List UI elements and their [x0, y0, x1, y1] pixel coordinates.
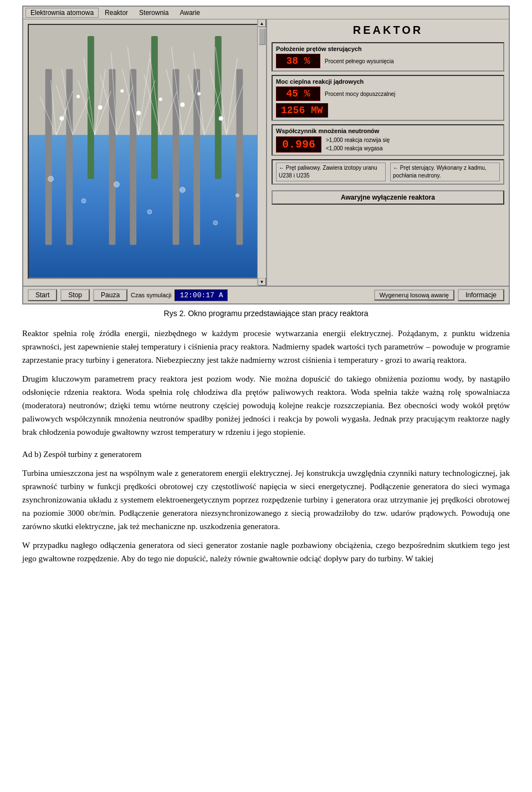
multiplier-label: Współczynnik mnożenia neutronów: [276, 128, 500, 134]
power-mw-row: 1256 MW: [276, 103, 500, 118]
power-desc: Procent mocy dopuszczalnej: [325, 90, 395, 98]
power-mw-display: 1256 MW: [276, 103, 328, 118]
menu-elektrownia[interactable]: Elektrownia atomowa: [25, 8, 99, 18]
paragraph-2: Drugim kluczowym parametrem pracy reakto…: [22, 372, 510, 439]
menu-sterownia[interactable]: Sterownia: [134, 8, 173, 18]
power-label: Moc cieplna reakcji jądrowych: [276, 78, 500, 85]
position-display: 38 %: [276, 54, 320, 68]
pause-button[interactable]: Pauza: [93, 289, 127, 301]
reaktor-panel: REAKTOR Położenie prętów sterujących 38 …: [267, 19, 509, 286]
svg-point-47: [219, 116, 223, 121]
position-row: 38 % Procent pełnego wysunięcia: [276, 54, 500, 68]
multiplier-block: Współczynnik mnożenia neutronów 0.996 >1…: [272, 124, 504, 156]
svg-point-50: [159, 98, 162, 101]
svg-point-43: [59, 116, 64, 121]
generate-button[interactable]: Wygeneruj losową awarię: [374, 290, 454, 301]
legend-block: ← Pręt paliwowy. Zawiera izotopy uranu U…: [272, 159, 504, 185]
svg-rect-3: [66, 69, 73, 245]
reactor-visual: ▲ ▼: [23, 19, 267, 286]
info-button[interactable]: Informacje: [458, 289, 504, 301]
power-percent-display: 45 %: [276, 87, 320, 101]
scroll-up-arrow[interactable]: ▲: [258, 19, 266, 27]
position-desc: Procent pełnego wysunięcia: [325, 58, 394, 65]
position-label: Położenie prętów sterujących: [276, 45, 500, 52]
menu-awarie[interactable]: Awarie: [175, 8, 204, 18]
multiplier-notes: >1,000 reakcja rozwija się <1,000 reakcj…: [326, 136, 390, 153]
multiplier-display: 0.996: [276, 136, 321, 153]
svg-rect-1: [29, 135, 259, 278]
sim-body: ▲ ▼ REAKTOR Położenie prętów sterujących…: [23, 19, 509, 286]
power-row: 45 % Procent mocy dopuszczalnej: [276, 87, 500, 101]
paragraph-1: Reaktor spełnia rolę źródła energii, nie…: [22, 327, 510, 367]
menu-reaktor[interactable]: Reaktor: [100, 8, 133, 18]
paragraph-4: W przypadku nagłego odłączenia generator…: [22, 539, 510, 565]
svg-point-52: [48, 176, 54, 182]
svg-rect-6: [173, 69, 180, 245]
svg-point-57: [213, 221, 218, 225]
svg-point-58: [236, 194, 239, 197]
multiplier-note1: >1,000 reakcja rozwija się: [326, 136, 390, 144]
multiplier-note2: <1,000 reakcja wygasa: [326, 144, 390, 153]
time-display: 12:00:17 A: [175, 290, 228, 301]
stop-button[interactable]: Stop: [60, 289, 90, 301]
svg-rect-4: [109, 69, 116, 245]
svg-point-56: [180, 187, 185, 192]
section-heading-1: Ad b) Zespół turbiny z generatorem: [22, 448, 510, 461]
svg-point-53: [81, 199, 86, 203]
toolbar: Start Stop Pauza Czas symulacji 12:00:17…: [23, 286, 509, 303]
svg-point-48: [76, 95, 80, 98]
svg-rect-11: [215, 36, 222, 179]
multiplier-row: 0.996 >1,000 reakcja rozwija się <1,000 …: [276, 136, 500, 153]
figure-caption: Rys 2. Okno programu przedstawiające sta…: [22, 309, 510, 318]
reactor-svg: [29, 25, 259, 278]
svg-point-51: [197, 92, 201, 95]
reaktor-title: REAKTOR: [272, 24, 504, 37]
start-button[interactable]: Start: [28, 289, 57, 301]
simulator-window: Elektrownia atomowa Reaktor Sterownia Aw…: [22, 6, 510, 304]
time-label: Czas symulacji: [131, 292, 171, 298]
reactor-scrollbar: ▲ ▼: [257, 19, 266, 286]
svg-rect-5: [130, 69, 136, 245]
position-block: Położenie prętów sterujących 38 % Procen…: [272, 42, 504, 72]
scroll-down-arrow[interactable]: ▼: [258, 278, 266, 286]
menubar: Elektrownia atomowa Reaktor Sterownia Aw…: [23, 7, 509, 19]
svg-point-55: [147, 210, 152, 214]
svg-point-45: [136, 111, 141, 115]
svg-point-54: [114, 181, 120, 187]
power-block: Moc cieplna reakcji jądrowych 45 % Proce…: [272, 75, 504, 121]
legend-control: ← Pręt sterujący. Wykonany z kadmu, poch…: [390, 163, 500, 181]
scroll-thumb[interactable]: [259, 28, 265, 45]
text-content: Reaktor spełnia rolę źródła energii, nie…: [22, 327, 510, 565]
svg-rect-2: [45, 69, 52, 245]
svg-point-44: [98, 105, 103, 110]
emergency-button[interactable]: Awaryjne wyłączenie reaktora: [272, 190, 504, 205]
page-container: Elektrownia atomowa Reaktor Sterownia Aw…: [0, 0, 532, 593]
paragraph-3: Turbina umieszczona jest na wspólnym wal…: [22, 466, 510, 533]
svg-point-46: [180, 103, 185, 107]
reactor-inner: [28, 24, 260, 279]
svg-point-49: [120, 89, 124, 93]
legend-fuel: ← Pręt paliwowy. Zawiera izotopy uranu U…: [276, 163, 386, 181]
